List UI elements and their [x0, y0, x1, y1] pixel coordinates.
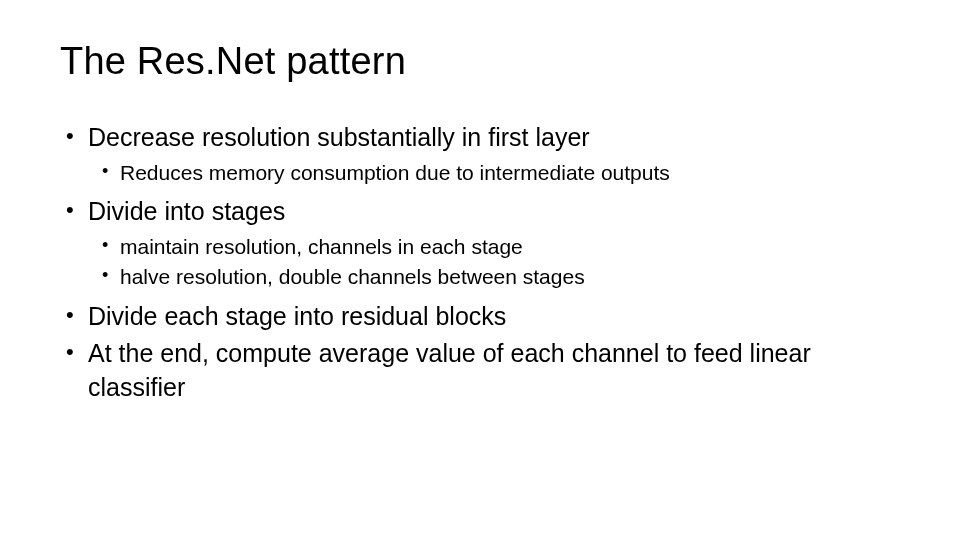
bullet-l1: Decrease resolution substantially in fir… — [60, 121, 900, 155]
bullet-l2: Reduces memory consumption due to interm… — [60, 159, 900, 187]
bullet-l1: Divide into stages — [60, 195, 900, 229]
slide-title: The Res.Net pattern — [60, 40, 900, 83]
bullet-l1: At the end, compute average value of eac… — [60, 337, 900, 405]
bullet-list: Decrease resolution substantially in fir… — [60, 121, 900, 405]
bullet-l2: halve resolution, double channels betwee… — [60, 263, 900, 291]
bullet-l1: Divide each stage into residual blocks — [60, 300, 900, 334]
bullet-l2: maintain resolution, channels in each st… — [60, 233, 900, 261]
